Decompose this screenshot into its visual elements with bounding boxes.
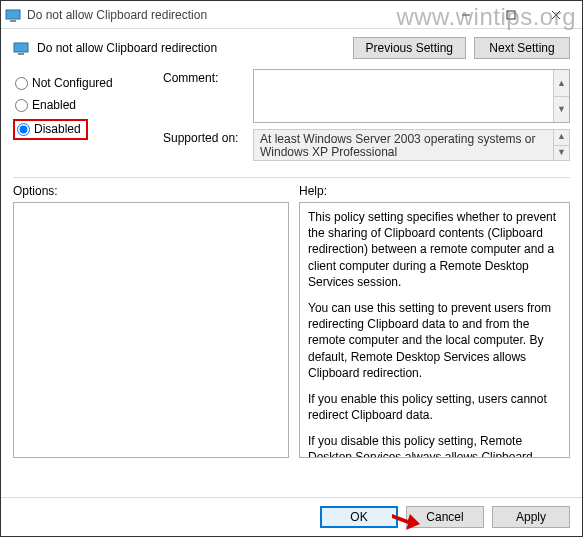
help-panel[interactable]: This policy setting specifies whether to… xyxy=(299,202,570,458)
help-paragraph: This policy setting specifies whether to… xyxy=(308,209,561,290)
help-paragraph: You can use this setting to prevent user… xyxy=(308,300,561,381)
supported-on-label: Supported on: xyxy=(163,129,253,145)
highlight-box: Disabled xyxy=(13,119,88,140)
help-paragraph: If you disable this policy setting, Remo… xyxy=(308,433,561,458)
radio-not-configured-label: Not Configured xyxy=(32,76,113,90)
options-panel xyxy=(13,202,289,458)
separator xyxy=(13,177,570,178)
policy-icon xyxy=(13,40,29,56)
svg-rect-6 xyxy=(14,43,28,52)
cancel-button[interactable]: Cancel xyxy=(406,506,484,528)
radio-disabled-label: Disabled xyxy=(34,122,81,136)
radio-not-configured-input[interactable] xyxy=(15,77,28,90)
supported-on-value: At least Windows Server 2003 operating s… xyxy=(253,129,570,161)
radio-enabled-label: Enabled xyxy=(32,98,76,112)
dialog-footer: OK Cancel Apply xyxy=(1,497,582,536)
help-paragraph: If you enable this policy setting, users… xyxy=(308,391,561,423)
help-label: Help: xyxy=(299,184,570,198)
radio-enabled[interactable]: Enabled xyxy=(13,97,153,113)
header-row: Do not allow Clipboard redirection Previ… xyxy=(13,37,570,59)
window-title: Do not allow Clipboard redirection xyxy=(27,8,443,22)
svg-rect-7 xyxy=(18,53,24,55)
titlebar: Do not allow Clipboard redirection xyxy=(1,1,582,29)
minimize-button[interactable] xyxy=(443,1,488,29)
radio-disabled-input[interactable] xyxy=(17,123,30,136)
svg-rect-0 xyxy=(6,10,20,19)
svg-rect-3 xyxy=(507,11,515,19)
maximize-button[interactable] xyxy=(488,1,533,29)
policy-title: Do not allow Clipboard redirection xyxy=(37,41,217,55)
options-label: Options: xyxy=(13,184,289,198)
apply-button[interactable]: Apply xyxy=(492,506,570,528)
previous-setting-button[interactable]: Previous Setting xyxy=(353,37,466,59)
comment-textarea[interactable]: ▲▼ xyxy=(253,69,570,123)
comment-scroll[interactable]: ▲▼ xyxy=(553,70,569,122)
radio-disabled[interactable]: Disabled xyxy=(15,121,83,137)
app-icon xyxy=(5,7,21,23)
svg-rect-1 xyxy=(10,20,16,22)
comment-label: Comment: xyxy=(163,69,253,85)
radio-enabled-input[interactable] xyxy=(15,99,28,112)
next-setting-button[interactable]: Next Setting xyxy=(474,37,570,59)
close-button[interactable] xyxy=(533,1,578,29)
supported-on-text: At least Windows Server 2003 operating s… xyxy=(260,132,535,159)
ok-button[interactable]: OK xyxy=(320,506,398,528)
supported-scroll[interactable]: ▲▼ xyxy=(553,130,569,160)
radio-not-configured[interactable]: Not Configured xyxy=(13,75,153,91)
state-radio-group: Not Configured Enabled Disabled xyxy=(13,69,153,167)
